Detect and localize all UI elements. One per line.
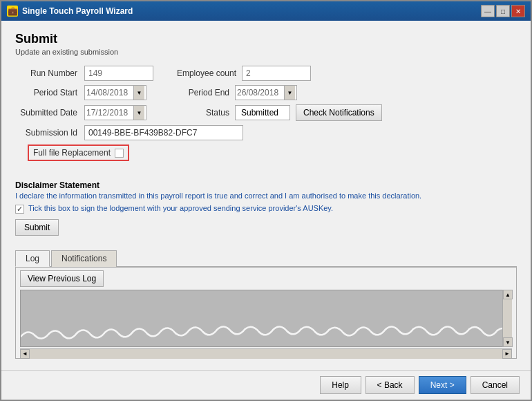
period-end-label: Period End — [167, 88, 229, 97]
page-subtitle: Update an existing submission — [15, 48, 517, 56]
scroll-up-arrow[interactable]: ▲ — [503, 290, 513, 299]
scroll-h-track — [30, 349, 502, 359]
scroll-left-arrow[interactable]: ◄ — [20, 349, 30, 359]
submission-id-input[interactable] — [84, 125, 243, 140]
maximize-button[interactable]: □ — [496, 5, 510, 17]
full-file-container: Full file Replacement — [28, 144, 129, 161]
employee-count-input[interactable] — [242, 66, 311, 81]
log-section: View Previous Log ▲ ▼ ◄ — [15, 267, 517, 359]
status-group: Status Submitted Check Notifications — [167, 104, 382, 121]
full-file-checkbox[interactable] — [115, 149, 124, 158]
disclaimer-text: I declare the information transmitted in… — [15, 192, 517, 200]
disclaimer-title: Disclaimer Statement — [15, 180, 517, 190]
row-period: Period Start ▼ Period End ▼ — [15, 85, 517, 100]
scroll-right-arrow[interactable]: ► — [502, 349, 512, 359]
page-title: Submit — [15, 32, 517, 46]
horizontal-scrollbar[interactable]: ◄ ► — [20, 348, 512, 358]
view-previous-log-button[interactable]: View Previous Log — [20, 270, 104, 287]
status-value: Submitted — [235, 105, 290, 120]
window-title: Single Touch Payroll Wizard — [22, 6, 133, 16]
close-button[interactable]: ✕ — [511, 5, 525, 17]
app-icon: 💼 — [7, 6, 18, 17]
status-label: Status — [167, 108, 229, 118]
main-content: Submit Update an existing submission Run… — [1, 21, 531, 370]
row-submitted-status: Submitted Date ▼ Status Submitted Check … — [15, 104, 517, 121]
form-section: Run Number Employee count Period Start ▼… — [15, 66, 517, 175]
check-notifications-button[interactable]: Check Notifications — [296, 104, 382, 121]
log-squiggle — [21, 323, 511, 342]
employee-count-group: Employee count — [174, 66, 311, 81]
next-button[interactable]: Next > — [419, 376, 466, 394]
tabs-bar: Log Notifications — [15, 250, 517, 267]
full-file-label: Full file Replacement — [33, 148, 111, 158]
period-start-wrapper: ▼ — [84, 85, 146, 100]
auskey-row: ✓ Tick this box to sign the lodgement wi… — [15, 204, 517, 214]
auskey-checkbox[interactable]: ✓ — [15, 205, 24, 214]
submitted-date-input[interactable] — [86, 108, 133, 118]
employee-count-label: Employee count — [174, 68, 236, 78]
period-start-input[interactable] — [86, 88, 133, 97]
auskey-text: Tick this box to sign the lodgement with… — [28, 204, 517, 212]
minimize-button[interactable]: — — [481, 5, 495, 17]
scroll-track — [503, 299, 512, 337]
row-run-employee: Run Number Employee count — [15, 66, 517, 81]
submitted-date-label: Submitted Date — [15, 108, 77, 118]
scroll-down-arrow[interactable]: ▼ — [503, 337, 513, 347]
log-toolbar: View Previous Log — [16, 268, 516, 290]
titlebar-left: 💼 Single Touch Payroll Wizard — [7, 6, 133, 17]
main-window: 💼 Single Touch Payroll Wizard — □ ✕ Subm… — [0, 0, 532, 401]
period-end-group: Period End ▼ — [167, 85, 297, 100]
titlebar: 💼 Single Touch Payroll Wizard — □ ✕ — [1, 1, 531, 21]
cancel-button[interactable]: Cancel — [471, 376, 520, 394]
submit-button[interactable]: Submit — [15, 219, 59, 236]
full-file-row: Full file Replacement — [28, 144, 517, 168]
back-button[interactable]: < Back — [365, 376, 415, 394]
tab-log[interactable]: Log — [15, 250, 50, 267]
period-end-wrapper: ▼ — [235, 85, 297, 100]
tab-notifications[interactable]: Notifications — [51, 250, 117, 267]
disclaimer-section: Disclaimer Statement I declare the infor… — [15, 180, 517, 243]
run-number-label: Run Number — [15, 68, 77, 78]
log-content-wrapper: ▲ ▼ — [20, 290, 512, 347]
help-button[interactable]: Help — [320, 376, 361, 394]
footer: Help < Back Next > Cancel — [1, 370, 531, 400]
period-end-input[interactable] — [237, 88, 284, 97]
vertical-scrollbar[interactable]: ▲ ▼ — [502, 290, 512, 347]
titlebar-buttons: — □ ✕ — [481, 5, 525, 17]
row-submission-id: Submission Id — [15, 125, 517, 140]
submitted-date-wrapper: ▼ — [84, 105, 146, 120]
run-number-input[interactable] — [84, 66, 153, 81]
period-start-label: Period Start — [15, 88, 77, 97]
submitted-date-dropdown[interactable]: ▼ — [133, 106, 144, 120]
period-end-dropdown[interactable]: ▼ — [284, 86, 295, 100]
submission-id-label: Submission Id — [15, 128, 77, 138]
period-start-dropdown[interactable]: ▼ — [133, 86, 144, 100]
log-content — [20, 290, 512, 347]
